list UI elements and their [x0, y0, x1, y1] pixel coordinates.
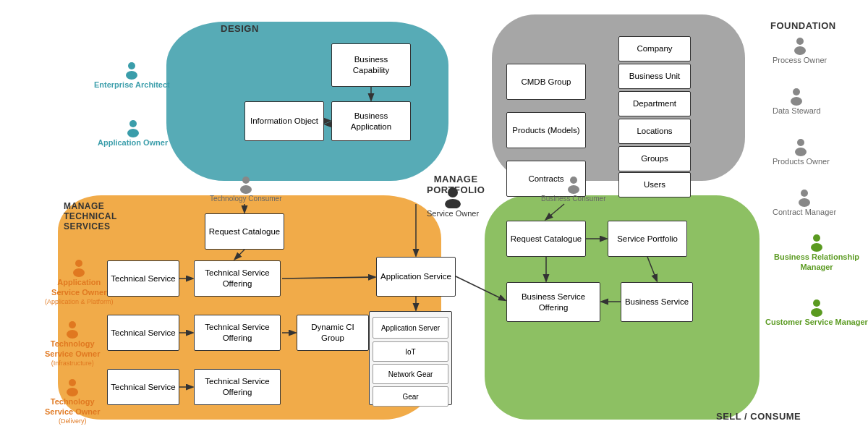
- person-data-steward: Data Steward: [773, 85, 821, 116]
- node-business-application: Business Application: [331, 101, 411, 141]
- svg-point-36: [813, 234, 820, 242]
- node-groups: Groups: [618, 146, 691, 171]
- svg-point-40: [75, 260, 82, 267]
- node-locations: Locations: [618, 119, 691, 144]
- node-products-models: Products (Models): [506, 112, 586, 148]
- svg-point-26: [570, 177, 577, 184]
- svg-point-38: [813, 299, 820, 307]
- svg-point-44: [69, 379, 76, 386]
- label-design: DESIGN: [221, 23, 259, 34]
- svg-point-34: [801, 190, 808, 197]
- svg-point-42: [69, 321, 76, 328]
- node-users: Users: [618, 172, 691, 197]
- node-service-portfolio: Service Portfolio: [608, 221, 687, 257]
- svg-point-32: [797, 139, 804, 146]
- svg-point-33: [795, 148, 807, 156]
- svg-point-21: [127, 129, 139, 137]
- svg-point-19: [126, 71, 137, 80]
- node-department: Department: [618, 91, 691, 116]
- person-process-owner: Process Owner: [773, 35, 827, 65]
- svg-point-24: [448, 187, 458, 197]
- node-network-gear: Network Gear: [373, 364, 448, 384]
- node-business-capability: Business Capability: [331, 43, 411, 87]
- svg-point-27: [568, 185, 579, 194]
- svg-point-43: [67, 330, 78, 339]
- svg-point-23: [240, 185, 252, 194]
- svg-point-45: [67, 388, 78, 396]
- node-technical-service-offering-1: Technical Service Offering: [194, 260, 281, 297]
- svg-point-25: [445, 199, 461, 208]
- node-application-service: Application Service: [376, 257, 456, 297]
- label-sell-consume: SELL / CONSUME: [716, 411, 801, 422]
- node-business-unit: Business Unit: [618, 64, 691, 89]
- person-customer-service-manager: Customer Service Manager: [765, 297, 868, 327]
- node-company: Company: [618, 36, 691, 61]
- node-request-catalogue-left: Request Catalogue: [205, 213, 284, 250]
- node-request-catalogue-right: Request Catalogue: [506, 221, 586, 257]
- svg-point-30: [793, 88, 800, 95]
- node-application-server: Application Server: [373, 317, 448, 339]
- svg-point-22: [242, 177, 250, 184]
- svg-point-37: [811, 243, 822, 252]
- person-tech-service-owner-infra: TechnologyService Owner (Infrastructure): [45, 318, 100, 367]
- person-enterprise-architect: Enterprise Architect: [94, 59, 170, 90]
- svg-point-35: [799, 198, 810, 207]
- svg-point-28: [796, 38, 804, 45]
- diagram: DESIGN FOUNDATION MANAGE TECHNICAL SERVI…: [0, 0, 868, 442]
- node-network-gear2: Gear: [373, 386, 448, 407]
- person-application-owner: Application Owner: [98, 117, 168, 148]
- node-technical-service-2: Technical Service: [107, 315, 179, 351]
- label-manage-tech: MANAGE TECHNICAL SERVICES: [64, 201, 136, 231]
- label-foundation: FOUNDATION: [770, 20, 836, 31]
- svg-point-29: [794, 46, 806, 55]
- node-technical-service-offering-3: Technical Service Offering: [194, 369, 281, 405]
- person-tech-service-owner-delivery: TechnologyService Owner (Delivery): [45, 376, 100, 425]
- node-iot: IoT: [373, 341, 448, 362]
- person-business-relationship-manager: Business Relationship Manager: [765, 231, 868, 273]
- node-dynamic-ci-group: Dynamic CI Group: [297, 315, 369, 351]
- node-information-object: Information Object: [244, 101, 324, 141]
- person-business-consumer: Business Consumer: [541, 174, 605, 203]
- person-technology-consumer: Technology Consumer: [210, 174, 282, 203]
- node-business-service: Business Service: [621, 282, 693, 322]
- svg-point-41: [73, 268, 85, 277]
- svg-point-39: [811, 308, 822, 317]
- svg-point-20: [129, 120, 137, 127]
- node-technical-service-offering-2: Technical Service Offering: [194, 315, 281, 351]
- node-business-service-offering: Business Service Offering: [506, 282, 600, 322]
- svg-point-31: [791, 97, 802, 106]
- person-app-service-owner: ApplicationService Owner (Application & …: [45, 257, 114, 306]
- node-technical-service-1: Technical Service: [107, 260, 179, 297]
- node-cmdb-group: CMDB Group: [506, 64, 586, 100]
- person-products-owner: Products Owner: [773, 136, 830, 166]
- svg-point-18: [128, 62, 135, 69]
- node-technical-service-3: Technical Service: [107, 369, 179, 405]
- person-service-owner: Service Owner: [427, 185, 479, 218]
- person-contract-manager: Contract Manager: [773, 187, 836, 217]
